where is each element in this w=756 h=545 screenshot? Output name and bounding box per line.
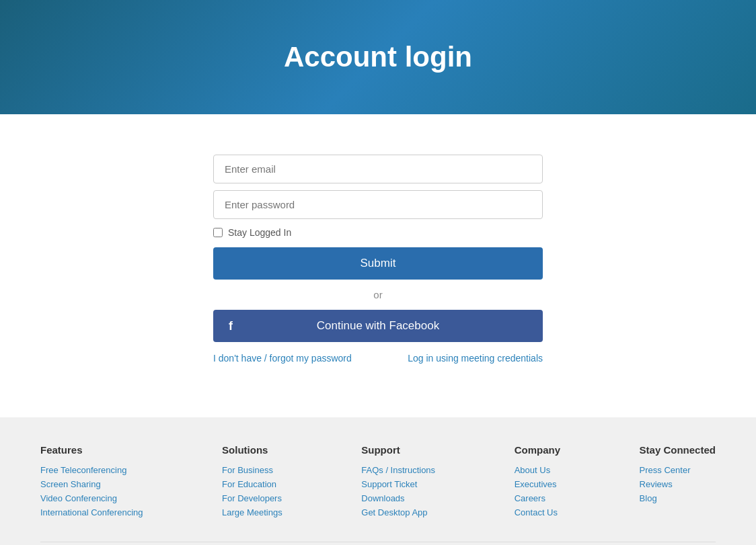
facebook-icon: f — [225, 319, 240, 333]
svg-text:f: f — [229, 319, 233, 333]
login-form: Stay Logged In Submit or f Continue with… — [213, 155, 543, 364]
footer-col-heading-features: Features — [40, 444, 143, 456]
footer-col-features: Features Free Teleconferencing Screen Sh… — [40, 444, 143, 521]
footer-link[interactable]: Free Teleconferencing — [40, 465, 143, 475]
footer-col-heading-stay-connected: Stay Connected — [640, 444, 716, 456]
footer-link[interactable]: For Education — [222, 479, 282, 489]
forgot-password-link[interactable]: I don't have / forgot my password — [213, 353, 352, 364]
footer-col-heading-company: Company — [515, 444, 560, 456]
footer-col-solutions: Solutions For Business For Education For… — [222, 444, 282, 521]
footer-link[interactable]: Support Ticket — [361, 479, 435, 489]
footer-col-stay-connected: Stay Connected Press Center Reviews Blog — [640, 444, 716, 521]
footer-link[interactable]: For Developers — [222, 493, 282, 503]
footer-link[interactable]: For Business — [222, 465, 282, 475]
footer-link[interactable]: Get Desktop App — [361, 507, 435, 517]
stay-logged-in-label[interactable]: Stay Logged In — [213, 227, 543, 238]
footer-link[interactable]: Press Center — [640, 465, 716, 475]
footer-link[interactable]: International Conferencing — [40, 507, 143, 517]
footer-col-heading-solutions: Solutions — [222, 444, 282, 456]
footer-link[interactable]: Careers — [515, 493, 560, 503]
stay-logged-in-checkbox[interactable] — [213, 228, 223, 237]
links-row: I don't have / forgot my password Log in… — [213, 353, 543, 364]
main-content: Stay Logged In Submit or f Continue with… — [0, 114, 756, 417]
footer-link[interactable]: Screen Sharing — [40, 479, 143, 489]
footer-columns: Features Free Teleconferencing Screen Sh… — [40, 444, 716, 542]
footer-col-support: Support FAQs / Instructions Support Tick… — [361, 444, 435, 521]
footer-link[interactable]: Large Meetings — [222, 507, 282, 517]
footer-link[interactable]: Executives — [515, 479, 560, 489]
footer-link[interactable]: Contact Us — [515, 507, 560, 517]
footer-link[interactable]: About Us — [515, 465, 560, 475]
facebook-button-label: Continue with Facebook — [317, 319, 439, 333]
footer-link[interactable]: Video Conferencing — [40, 493, 143, 503]
svg-rect-0 — [225, 319, 240, 333]
footer-col-company: Company About Us Executives Careers Cont… — [515, 444, 560, 521]
footer-link[interactable]: Downloads — [361, 493, 435, 503]
or-divider: or — [213, 289, 543, 300]
footer-link[interactable]: FAQs / Instructions — [361, 465, 435, 475]
social-row: f g+ 🐦 ▶ in — [40, 542, 716, 545]
facebook-login-button[interactable]: f Continue with Facebook — [213, 310, 543, 342]
footer-link[interactable]: Reviews — [640, 479, 716, 489]
header: Account login — [0, 0, 756, 114]
password-input[interactable] — [213, 190, 543, 219]
page-title: Account login — [284, 41, 472, 73]
meeting-credentials-link[interactable]: Log in using meeting credentials — [408, 353, 543, 364]
submit-button[interactable]: Submit — [213, 247, 543, 280]
stay-logged-in-text: Stay Logged In — [228, 227, 291, 238]
footer: Features Free Teleconferencing Screen Sh… — [0, 417, 756, 545]
email-input[interactable] — [213, 155, 543, 183]
footer-col-heading-support: Support — [361, 444, 435, 456]
footer-link[interactable]: Blog — [640, 493, 716, 503]
